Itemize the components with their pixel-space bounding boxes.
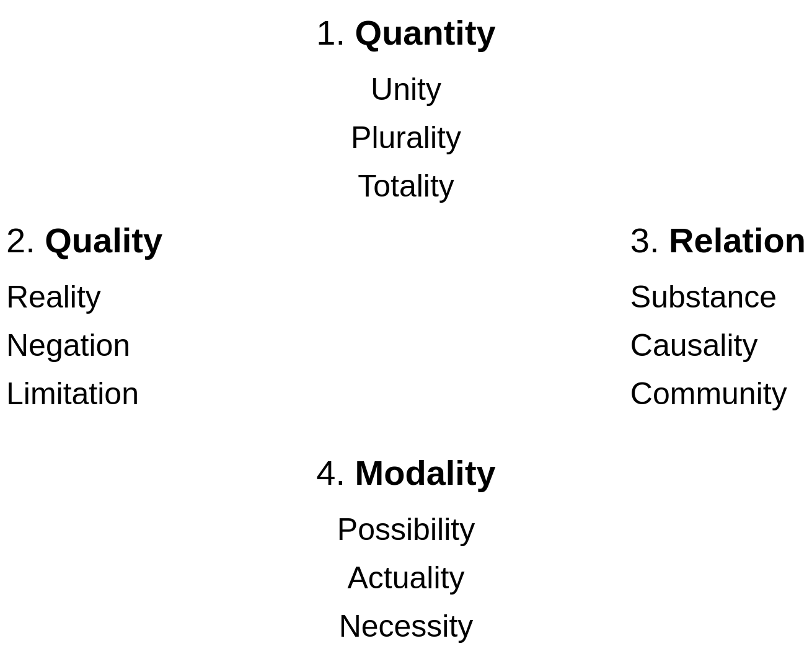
relation-section: 3. Relation Substance Causality Communit…	[630, 220, 806, 412]
relation-item-substance: Substance	[630, 279, 806, 315]
quantity-header: 1. Quantity	[316, 12, 495, 53]
quality-item-reality: Reality	[6, 279, 162, 315]
quality-prefix: 2.	[6, 221, 45, 260]
quality-header: 2. Quality	[6, 220, 162, 260]
relation-header: 3. Relation	[630, 220, 806, 260]
quality-item-limitation: Limitation	[6, 376, 162, 412]
relation-bold: Relation	[669, 221, 806, 260]
quality-bold: Quality	[45, 221, 162, 260]
modality-item-actuality: Actuality	[348, 560, 465, 596]
relation-item-community: Community	[630, 376, 806, 412]
quality-section: 2. Quality Reality Negation Limitation	[6, 220, 162, 412]
modality-item-necessity: Necessity	[339, 608, 474, 644]
quality-item-negation: Negation	[6, 327, 162, 363]
page-container: 1. Quantity Unity Plurality Totality 2. …	[0, 0, 812, 659]
quantity-prefix: 1.	[316, 13, 355, 52]
modality-item-possibility: Possibility	[337, 511, 475, 547]
modality-items: Possibility Actuality Necessity	[316, 511, 495, 644]
quantity-item-totality: Totality	[358, 168, 454, 204]
modality-bold: Modality	[355, 453, 496, 492]
quality-items: Reality Negation Limitation	[6, 279, 162, 412]
modality-prefix: 4.	[316, 453, 355, 492]
relation-prefix: 3.	[630, 221, 669, 260]
modality-header: 4. Modality	[316, 453, 495, 493]
quantity-item-plurality: Plurality	[351, 120, 461, 156]
quantity-section: 1. Quantity Unity Plurality Totality	[316, 12, 495, 204]
quantity-item-unity: Unity	[371, 71, 441, 107]
modality-section: 4. Modality Possibility Actuality Necess…	[316, 453, 495, 644]
quantity-items: Unity Plurality Totality	[316, 71, 495, 204]
relation-item-causality: Causality	[630, 327, 806, 363]
quantity-bold: Quantity	[355, 13, 496, 52]
relation-items: Substance Causality Community	[630, 279, 806, 412]
